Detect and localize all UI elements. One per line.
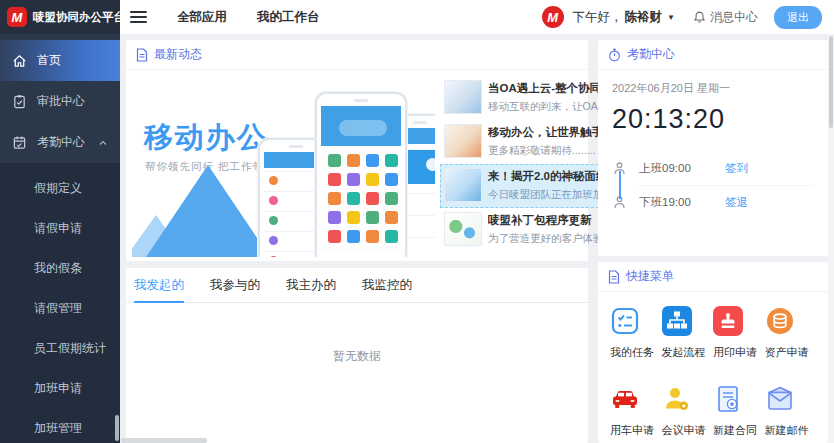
bell-icon <box>693 10 706 24</box>
quick-item-label: 会议申请 <box>662 423 714 438</box>
quick-item-label: 发起流程 <box>662 345 714 360</box>
car-icon <box>610 384 640 414</box>
attendance-date: 2022年06月20日 星期一 <box>612 81 814 96</box>
task-list-icon <box>610 306 640 336</box>
check-out-label: 下班19:00 <box>639 195 711 210</box>
sidebar-subitem-leave-management[interactable]: 请假管理 <box>0 288 120 328</box>
quick-menu-title: 快捷菜单 <box>626 268 674 285</box>
sidebar-item-label: 首页 <box>37 52 61 69</box>
sidebar-item-label: 审批中心 <box>37 93 85 110</box>
nav-all-apps[interactable]: 全部应用 <box>177 9 227 26</box>
sidebar-subitem-leave-request[interactable]: 请假申请 <box>0 208 120 248</box>
tab-participated-by-me[interactable]: 我参与的 <box>210 268 260 302</box>
workflow-panel: 我发起的 我参与的 我主办的 我监控的 暂无数据 <box>126 268 588 443</box>
tab-initiated-by-me[interactable]: 我发起的 <box>134 268 184 302</box>
sidebar-item-approval-center[interactable]: 审批中心 <box>0 81 120 122</box>
quick-item-asset-request[interactable]: 资产申请 <box>765 306 817 360</box>
nav-my-workspace[interactable]: 我的工作台 <box>257 9 320 26</box>
hamburger-menu-icon[interactable] <box>130 8 147 26</box>
quick-menu-panel: 快捷菜单 我的任务 发起流程 用印申请 资产申请 用车申请 会议申请 新建合 <box>598 262 828 443</box>
sidebar-subitem-overtime-request[interactable]: 加班申请 <box>0 368 120 408</box>
news-thumbnail <box>444 168 482 202</box>
sidebar-item-label: 考勤中心 <box>37 134 85 151</box>
quick-item-label: 新建合同 <box>713 423 765 438</box>
top-header: M 唛盟协同办公平台 全部应用 我的工作台 M 下午好，陈裕财 ▼ 消息中心 退… <box>0 0 834 34</box>
page-scrollbar[interactable] <box>828 34 834 443</box>
user-avatar[interactable]: M <box>542 6 564 28</box>
header-right: M 下午好，陈裕财 ▼ 消息中心 退出 <box>542 6 834 29</box>
contract-icon <box>713 384 743 414</box>
latest-news-panel: 最新动态 移动办公 帮你领先同行 把工作带出办公室 当OA遇上云-整个协同OA移… <box>126 40 588 261</box>
timeline-connector <box>619 171 621 199</box>
quick-item-seal-request[interactable]: 用印申请 <box>713 306 765 360</box>
quick-item-vehicle-request[interactable]: 用车申请 <box>610 384 662 438</box>
message-center-label: 消息中心 <box>710 9 758 26</box>
quick-item-label: 用印申请 <box>713 345 765 360</box>
quick-menu-grid: 我的任务 发起流程 用印申请 资产申请 用车申请 会议申请 新建合同 新建邮件 <box>598 292 828 438</box>
news-thumbnail <box>444 124 482 158</box>
horizontal-scrollbar-thumb[interactable] <box>121 438 207 443</box>
tab-hosted-by-me[interactable]: 我主办的 <box>286 268 336 302</box>
flowchart-icon <box>662 306 692 336</box>
sidebar: 首页 审批中心 考勤中心 假期定义 请假申请 我的假条 请假管理 员工假期统计 … <box>0 34 120 443</box>
sidebar-item-home[interactable]: 首页 <box>0 40 120 81</box>
assets-icon <box>765 306 795 336</box>
meeting-icon <box>662 384 692 414</box>
page-scrollbar-thumb[interactable] <box>829 36 833 128</box>
document-icon <box>136 48 148 62</box>
news-item-title: 移动办公，让世界触手可 <box>488 125 615 140</box>
logo-block[interactable]: M 唛盟协同办公平台 <box>0 0 120 34</box>
banner-headline: 移动办公 <box>144 118 268 158</box>
stopwatch-icon <box>608 48 621 62</box>
greeting-text: 下午好， <box>573 9 623 26</box>
message-center[interactable]: 消息中心 <box>693 9 758 26</box>
app-title: 唛盟协同办公平台 <box>33 10 125 25</box>
check-out-row: 下班19:00 签退 <box>612 185 814 219</box>
attendance-header: 考勤中心 <box>598 40 828 70</box>
check-in-label: 上班09:00 <box>639 161 711 176</box>
check-in-link[interactable]: 签到 <box>725 161 748 176</box>
sidebar-subitem-holiday-definition[interactable]: 假期定义 <box>0 168 120 208</box>
quick-menu-header: 快捷菜单 <box>598 262 828 292</box>
quick-item-my-tasks[interactable]: 我的任务 <box>610 306 662 360</box>
check-out-link[interactable]: 签退 <box>725 195 748 210</box>
quick-item-meeting-request[interactable]: 会议申请 <box>662 384 714 438</box>
approval-icon <box>12 94 27 109</box>
logout-button[interactable]: 退出 <box>774 6 822 29</box>
quick-item-start-workflow[interactable]: 发起流程 <box>662 306 714 360</box>
sidebar-subitem-overtime-management[interactable]: 加班管理 <box>0 408 120 443</box>
quick-item-label: 资产申请 <box>765 345 817 360</box>
sidebar-item-attendance-center[interactable]: 考勤中心 <box>0 122 120 163</box>
sidebar-scrollbar[interactable] <box>115 415 119 441</box>
latest-news-title: 最新动态 <box>154 46 202 63</box>
news-banner-carousel[interactable]: 移动办公 帮你领先同行 把工作带出办公室 <box>132 76 435 257</box>
home-icon <box>12 53 27 68</box>
check-in-row: 上班09:00 签到 <box>612 151 814 185</box>
quick-item-new-mail[interactable]: 新建邮件 <box>765 384 817 438</box>
attendance-title: 考勤中心 <box>627 46 675 63</box>
quick-item-label: 用车申请 <box>610 423 662 438</box>
sidebar-subitem-employee-leave-stats[interactable]: 员工假期统计 <box>0 328 120 368</box>
chevron-up-icon <box>98 138 108 148</box>
empty-state-text: 暂无数据 <box>126 348 588 365</box>
banner-phone-mockup <box>315 92 407 257</box>
document-icon <box>608 270 620 284</box>
quick-item-new-contract[interactable]: 新建合同 <box>713 384 765 438</box>
news-thumbnail <box>444 212 482 246</box>
attendance-icon <box>12 135 27 150</box>
user-menu[interactable]: 下午好，陈裕财 ▼ <box>573 9 675 26</box>
attendance-clock: 20:13:20 <box>612 104 814 135</box>
attendance-panel: 考勤中心 2022年06月20日 星期一 20:13:20 上班09:00 签到… <box>598 40 828 256</box>
stamp-icon <box>713 306 743 336</box>
quick-item-label: 新建邮件 <box>765 423 817 438</box>
username: 陈裕财 <box>625 9 663 26</box>
quick-item-label: 我的任务 <box>610 345 662 360</box>
mountain-shape <box>146 162 270 257</box>
sidebar-subitem-my-leave-notes[interactable]: 我的假条 <box>0 248 120 288</box>
news-item-desc: 更多精彩敬请期待........ <box>488 144 615 158</box>
news-thumbnail <box>444 80 482 114</box>
tab-monitored-by-me[interactable]: 我监控的 <box>362 268 412 302</box>
app-logo-icon: M <box>7 7 27 27</box>
mail-icon <box>765 384 795 414</box>
attendance-body: 2022年06月20日 星期一 20:13:20 上班09:00 签到 下班19… <box>598 70 828 230</box>
